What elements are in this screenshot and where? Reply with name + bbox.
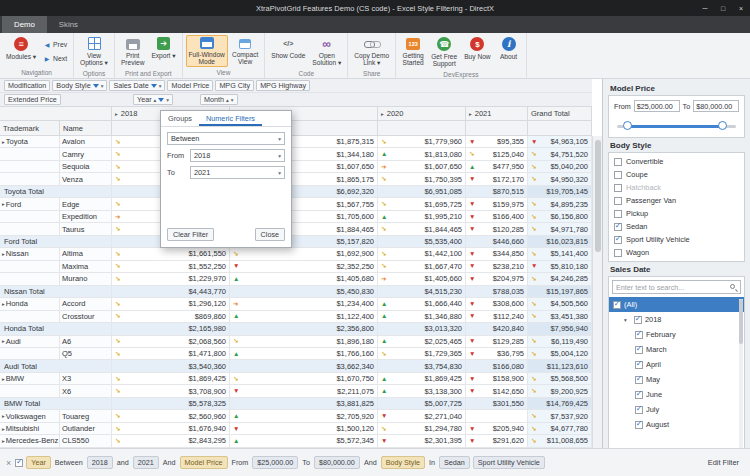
pivot-cell[interactable]: ↘$6,119,490: [528, 336, 592, 348]
column-header-grand-total[interactable]: Grand Total: [528, 107, 592, 121]
row-header-trademark[interactable]: [0, 273, 60, 285]
pivot-cell[interactable]: ↘$5,141,400: [528, 248, 592, 260]
pivot-cell[interactable]: ↘$1,442,100: [378, 248, 466, 260]
pivot-cell[interactable]: ↘$3,708,900: [112, 385, 230, 397]
pivot-cell[interactable]: ↘$4,677,780: [528, 423, 592, 435]
row-header-trademark[interactable]: ▸Audi: [0, 336, 60, 348]
dropdown-icon[interactable]: ▾: [159, 83, 162, 89]
row-header-total[interactable]: Nissan Total: [0, 286, 112, 298]
pivot-cell[interactable]: $2,165,980: [112, 323, 230, 335]
row-header-trademark[interactable]: ▸Mitsubishi: [0, 423, 60, 435]
row-header-name[interactable]: Outlander: [60, 423, 112, 435]
to-value-select[interactable]: 2021 ▾: [190, 166, 285, 179]
checkbox[interactable]: ✓: [635, 391, 643, 399]
pivot-cell[interactable]: ▲$2,705,920: [230, 410, 378, 422]
pivot-cell[interactable]: $15,197,865: [528, 286, 592, 298]
filter-field-mpg-highway[interactable]: MPG Highway: [256, 80, 310, 91]
pivot-cell[interactable]: ↘$3,451,380: [528, 311, 592, 323]
expand-icon[interactable]: ▸: [2, 338, 5, 344]
expand-icon[interactable]: ▸: [2, 201, 5, 207]
body-style-item-convertible[interactable]: Convertible: [609, 155, 744, 168]
checkbox[interactable]: [614, 184, 622, 192]
pivot-vertical-scrollbar[interactable]: [592, 136, 602, 448]
pivot-cell[interactable]: ↘$1,229,970: [112, 273, 230, 285]
model-price-range-slider[interactable]: [617, 120, 736, 132]
tree-item-july[interactable]: ✓July: [609, 402, 744, 417]
filter-token-body-style[interactable]: Body Style: [381, 456, 425, 469]
row-header-trademark[interactable]: [0, 348, 60, 360]
row-header-name[interactable]: Touareg: [60, 410, 112, 422]
data-field-extended-price[interactable]: Extended Price: [4, 94, 61, 105]
checkbox[interactable]: [614, 171, 622, 179]
pivot-cell[interactable]: ↘$5,004,120: [528, 348, 592, 360]
row-header-trademark[interactable]: [0, 311, 60, 323]
pivot-cell[interactable]: ▲$1,405,680: [230, 273, 378, 285]
pivot-cell[interactable]: $166,080: [466, 360, 528, 372]
minimize-button[interactable]: ─: [696, 0, 714, 16]
checkbox[interactable]: ✓: [614, 223, 622, 231]
checkbox[interactable]: ✓: [635, 376, 643, 384]
pivot-cell[interactable]: ↘$4,246,285: [528, 273, 592, 285]
pivot-cell[interactable]: $3,662,340: [230, 360, 378, 372]
pivot-cell[interactable]: ➔$1,607,650: [378, 161, 466, 173]
pivot-cell[interactable]: ↘$1,896,180: [230, 336, 378, 348]
pivot-cell[interactable]: ↘$4,505,560: [528, 298, 592, 310]
row-field-name[interactable]: Name: [60, 121, 112, 136]
pivot-cell[interactable]: ↘$1,779,960: [378, 136, 466, 148]
getting-started-button[interactable]: 123GettingStarted: [399, 35, 427, 68]
row-header-total[interactable]: Audi Total: [0, 360, 112, 372]
pivot-cell[interactable]: $3,754,830: [378, 360, 466, 372]
expand-icon[interactable]: ▸: [2, 301, 5, 307]
row-header-trademark[interactable]: ▸Toyota: [0, 136, 60, 148]
pivot-cell[interactable]: ↘$1,750,395: [378, 173, 466, 185]
dropdown-icon[interactable]: ▾: [101, 83, 104, 89]
expander-icon[interactable]: ▾: [624, 317, 631, 323]
close-button[interactable]: ×: [732, 0, 750, 16]
pivot-cell[interactable]: $446,660: [466, 236, 528, 248]
pivot-cell[interactable]: ↘$869,860: [112, 311, 230, 323]
row-header-name[interactable]: Edge: [60, 198, 112, 210]
pivot-cell[interactable]: ↘$4,950,320: [528, 173, 592, 185]
checkbox[interactable]: [614, 210, 622, 218]
pivot-cell[interactable]: ↘$11,008,655: [528, 435, 592, 447]
expand-icon[interactable]: ▸: [2, 413, 5, 419]
pivot-cell[interactable]: ↘$1,661,550: [112, 248, 230, 260]
pivot-cell[interactable]: ↘$2,843,295: [112, 435, 230, 447]
filter-token-80-000-00[interactable]: $80,000.00: [314, 456, 360, 469]
remove-filter-icon[interactable]: ×: [6, 458, 11, 468]
pivot-cell[interactable]: ▲$1,766,160: [230, 348, 378, 360]
pivot-cell[interactable]: $4,443,770: [112, 286, 230, 298]
next-button[interactable]: ▶Next: [40, 53, 70, 63]
body-style-item-pickup[interactable]: Pickup: [609, 207, 744, 220]
expand-icon[interactable]: ▸: [381, 111, 384, 117]
copy-demo-link-button[interactable]: Copy DemoLink ▾: [351, 35, 392, 68]
pivot-cell[interactable]: ▼$2,352,250: [230, 261, 378, 273]
row-header-total[interactable]: Ford Total: [0, 236, 112, 248]
body-style-item-sport-utility-vehicle[interactable]: ✓Sport Utility Vehicle: [609, 233, 744, 246]
tab-skins[interactable]: Skins: [47, 16, 90, 33]
tree-item-june[interactable]: ✓June: [609, 387, 744, 402]
scrollbar-thumb[interactable]: [595, 140, 601, 252]
pivot-cell[interactable]: ▼$308,600: [466, 298, 528, 310]
edit-filter-button[interactable]: Edit Filter: [703, 456, 744, 469]
pivot-cell[interactable]: ▼$142,650: [466, 385, 528, 397]
pivot-cell[interactable]: $3,013,320: [378, 323, 466, 335]
row-header-trademark[interactable]: [0, 148, 60, 160]
pivot-cell[interactable]: ▼$204,975: [466, 273, 528, 285]
filter-token-sport-utility-vehicle[interactable]: Sport Utility Vehicle: [473, 456, 545, 469]
row-header-name[interactable]: Altima: [60, 248, 112, 260]
pivot-cell[interactable]: ▼$172,170: [466, 173, 528, 185]
checkbox[interactable]: [614, 158, 622, 166]
pivot-cell[interactable]: ↘$7,537,920: [528, 410, 592, 422]
body-style-item-passenger-van[interactable]: Passenger Van: [609, 194, 744, 207]
pivot-cell[interactable]: ▼$2,301,395: [378, 435, 466, 447]
pivot-cell[interactable]: ➔$1,405,660: [378, 273, 466, 285]
pivot-cell[interactable]: $420,840: [466, 323, 528, 335]
dropdown-icon[interactable]: ▾: [166, 97, 169, 103]
pivot-cell[interactable]: ↘$4,971,780: [528, 223, 592, 235]
pivot-cell[interactable]: ↘$1,296,120: [112, 298, 230, 310]
row-header-name[interactable]: Crosstour: [60, 311, 112, 323]
pivot-cell[interactable]: ↘$1,667,470: [378, 261, 466, 273]
pivot-cell[interactable]: ▼$2,271,040: [378, 410, 466, 422]
filter-field-modification[interactable]: Modification: [4, 80, 50, 91]
